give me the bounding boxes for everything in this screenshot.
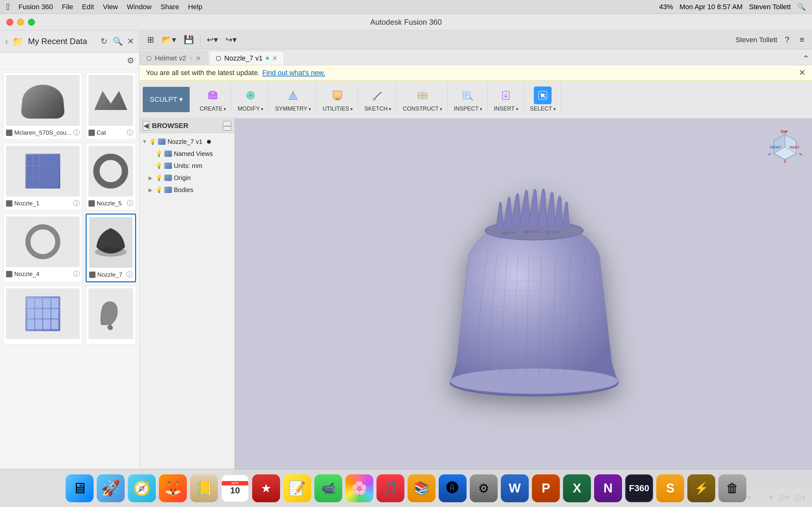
dock-item-finder[interactable]: 🖥 <box>66 474 94 502</box>
insert-icon[interactable] <box>497 87 515 104</box>
ribbon-label-inspect[interactable]: INSPECT ▾ <box>454 106 482 112</box>
panel-search-button[interactable]: 🔍 <box>113 37 123 46</box>
maximize-button[interactable] <box>28 19 35 26</box>
modify-icon[interactable] <box>242 87 259 104</box>
tree-item-named-views[interactable]: 💡 Named Views <box>140 148 235 160</box>
menu-app-name[interactable]: Fusion 360 <box>18 3 53 11</box>
tabs-bar: ⬡ Helmet v2 ✕ ⬡ Nozzle_7 v1 ✕ ⌃ <box>140 49 812 65</box>
item-info-button[interactable]: ⓘ <box>126 270 133 279</box>
menu-view[interactable]: View <box>103 3 118 11</box>
browser-minimize-button[interactable]: — <box>223 121 231 130</box>
list-item[interactable]: Nozzle_5 ⓘ <box>86 143 136 210</box>
orientation-cube[interactable]: TOP FRONT RIGHT <box>768 128 803 163</box>
panel-back-button[interactable]: ‹ <box>5 37 8 47</box>
collapse-tabs-button[interactable]: ⌃ <box>800 53 812 65</box>
tab-nozzle[interactable]: ⬡ Nozzle_7 v1 ✕ <box>209 51 284 65</box>
undo-button[interactable]: ↩▾ <box>204 34 220 46</box>
dock-item-misc[interactable]: ⚡ <box>687 474 715 502</box>
dock-item-books[interactable]: 📚 <box>408 474 436 502</box>
update-close-button[interactable]: ✕ <box>799 68 806 78</box>
dock-item-calendar[interactable]: APR 10 <box>221 474 249 502</box>
tree-item-units[interactable]: 💡 Units: mm <box>140 160 235 172</box>
viewport[interactable]: TOP FRONT RIGHT <box>235 118 812 488</box>
utilities-icon[interactable] <box>328 87 346 104</box>
dock-item-sketch[interactable]: S <box>656 474 684 502</box>
dock-item-firefox[interactable]: 🦊 <box>159 474 187 502</box>
dock-item-sysprefs[interactable]: ⚙ <box>470 474 498 502</box>
ribbon-label-sketch[interactable]: SKETCH ▾ <box>364 106 391 112</box>
grid-view-button[interactable]: ⊞ <box>145 34 157 46</box>
open-file-button[interactable]: 📂▾ <box>159 34 179 46</box>
ribbon-label-construct[interactable]: CONSTRUCT ▾ <box>403 106 442 112</box>
dock-item-fusion360[interactable]: F360 <box>625 474 653 502</box>
dock-item-onenote[interactable]: N <box>594 474 622 502</box>
panel-refresh-button[interactable]: ↻ <box>101 37 107 46</box>
dock-item-word[interactable]: W <box>501 474 529 502</box>
item-info-button[interactable]: ⓘ <box>73 199 80 208</box>
menu-file[interactable]: File <box>62 3 73 11</box>
user-account[interactable]: Steven Tollett <box>735 36 777 44</box>
ribbon-label-insert[interactable]: INSERT ▾ <box>494 106 518 112</box>
dock-item-excel[interactable]: X <box>563 474 591 502</box>
dock-item-tasker[interactable]: ★ <box>252 474 280 502</box>
close-button[interactable] <box>6 19 13 26</box>
nozzle-tab-close-button[interactable]: ✕ <box>272 55 277 62</box>
more-menu-button[interactable]: ≡ <box>797 34 807 46</box>
item-info-button[interactable]: ⓘ <box>127 199 133 208</box>
folder-icon <box>164 151 172 157</box>
panel-close-button[interactable]: ✕ <box>127 37 134 46</box>
dock-item-notes[interactable]: 📝 <box>283 474 311 502</box>
tree-expand-icon: ▶ <box>148 175 154 181</box>
list-item[interactable]: Nozzle_7 ⓘ <box>86 214 136 282</box>
panel-settings-button[interactable]: ⚙ <box>127 56 134 66</box>
ribbon-label-select[interactable]: SELECT ▾ <box>530 106 556 112</box>
dock-item-launchpad[interactable]: 🚀 <box>97 474 125 502</box>
item-info-button[interactable]: ⓘ <box>73 270 80 278</box>
menu-edit[interactable]: Edit <box>82 3 94 11</box>
item-info-button[interactable]: ⓘ <box>127 128 133 137</box>
search-icon[interactable]: 🔍 <box>797 3 806 11</box>
tree-item-origin[interactable]: ▶ 💡 Origin <box>140 172 235 184</box>
minimize-button[interactable] <box>17 19 24 26</box>
list-item[interactable]: Nozzle_1 ⓘ <box>3 143 83 210</box>
dock-item-safari[interactable]: 🧭 <box>128 474 156 502</box>
list-item[interactable] <box>86 285 136 344</box>
save-button[interactable]: 💾 <box>181 34 196 46</box>
dock-item-facetime[interactable]: 📹 <box>314 474 342 502</box>
dock-item-contacts[interactable]: 📒 <box>190 474 218 502</box>
ribbon-label-create[interactable]: CREATE ▾ <box>200 106 226 112</box>
list-item[interactable]: Mclaren_570S_cou... ⓘ <box>3 72 83 140</box>
apple-menu[interactable]:  <box>6 2 9 12</box>
ribbon-label-utilities[interactable]: UTILITIES ▾ <box>322 106 353 112</box>
list-item[interactable]: Nozzle_4 ⓘ <box>3 214 83 282</box>
select-icon[interactable] <box>534 87 552 104</box>
construct-icon[interactable] <box>414 87 432 104</box>
update-link[interactable]: Find out what's new. <box>262 69 325 77</box>
menu-window[interactable]: Window <box>127 3 152 11</box>
dock-item-trash[interactable]: 🗑 <box>718 474 746 502</box>
dock-item-powerpoint[interactable]: P <box>532 474 560 502</box>
redo-button[interactable]: ↪▾ <box>223 34 239 46</box>
tree-item-bodies[interactable]: ▶ 💡 Bodies <box>140 184 235 196</box>
ribbon-label-symmetry[interactable]: SYMMETRY ▾ <box>275 106 311 112</box>
list-item[interactable]: Cat ⓘ <box>86 72 136 140</box>
help-button[interactable]: ? <box>782 34 792 46</box>
sketch-icon[interactable] <box>369 87 387 104</box>
menu-help[interactable]: Help <box>188 3 202 11</box>
tree-item-root[interactable]: ▼ 💡 Nozzle_7 v1 ⏺ <box>140 135 235 148</box>
tree-origin-label: Origin <box>174 174 191 181</box>
list-item[interactable] <box>3 285 83 344</box>
item-info-button[interactable]: ⓘ <box>73 128 80 137</box>
sculpt-button[interactable]: SCULPT ▾ <box>143 87 190 112</box>
dock-item-music[interactable]: 🎵 <box>376 474 404 502</box>
ribbon-label-modify[interactable]: MODIFY ▾ <box>238 106 263 112</box>
helmet-tab-close-button[interactable]: ✕ <box>196 55 201 62</box>
symmetry-icon[interactable] <box>284 87 302 104</box>
dock-item-appstore[interactable]: 🅐 <box>439 474 467 502</box>
create-icon[interactable] <box>204 87 222 104</box>
browser-toggle-button[interactable]: ◀ <box>143 121 149 130</box>
tab-helmet[interactable]: ⬡ Helmet v2 ✕ <box>140 51 208 65</box>
dock-item-photos[interactable]: 🌸 <box>345 474 373 502</box>
inspect-icon[interactable] <box>459 87 477 104</box>
menu-share[interactable]: Share <box>160 3 179 11</box>
